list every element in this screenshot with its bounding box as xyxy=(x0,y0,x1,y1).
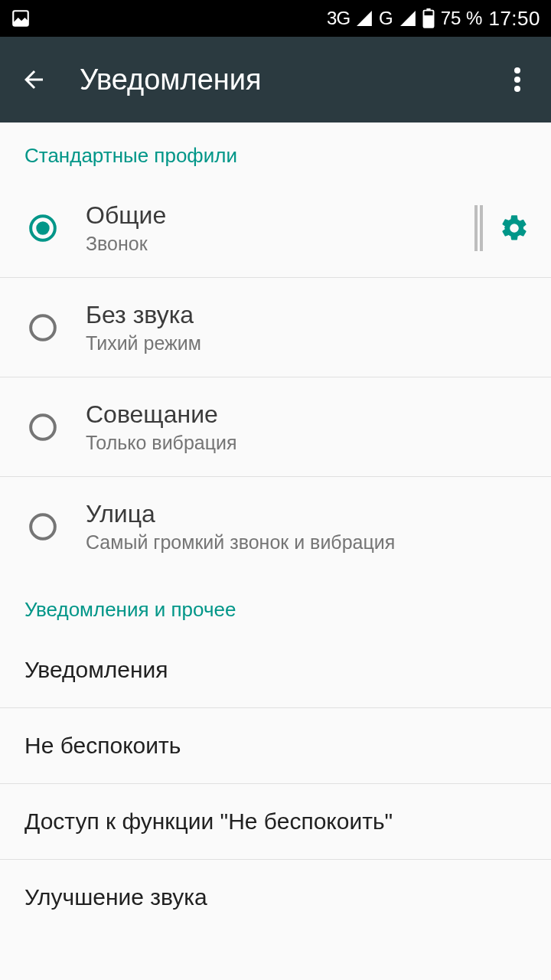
divider-bar xyxy=(480,205,483,251)
overflow-menu-button[interactable] xyxy=(499,61,536,98)
svg-point-8 xyxy=(36,221,49,234)
profile-title: Улица xyxy=(86,500,530,528)
page-title: Уведомления xyxy=(80,64,262,96)
svg-point-4 xyxy=(514,67,520,74)
other-row[interactable]: Доступ к функции "Не беспокоить" xyxy=(0,784,551,860)
radio-selected-icon[interactable] xyxy=(24,214,61,243)
radio-unselected-icon[interactable] xyxy=(24,512,61,541)
profile-row[interactable]: Без звука Тихий режим xyxy=(0,278,551,377)
image-icon xyxy=(11,8,31,28)
other-row-label: Уведомления xyxy=(24,657,168,682)
divider-bar xyxy=(474,205,478,251)
other-row[interactable]: Уведомления xyxy=(0,632,551,708)
back-button[interactable] xyxy=(15,61,52,98)
signal2-icon xyxy=(399,10,416,27)
svg-point-11 xyxy=(31,514,55,539)
profile-row[interactable]: Общие Звонок xyxy=(0,178,551,278)
battery-icon xyxy=(422,8,435,28)
radio-unselected-icon[interactable] xyxy=(24,313,61,342)
svg-rect-3 xyxy=(423,15,433,28)
section-header-profiles: Стандартные профили xyxy=(0,122,551,178)
profile-row[interactable]: Совещание Только вибрация xyxy=(0,377,551,477)
profile-title: Общие xyxy=(86,201,474,230)
section-header-other: Уведомления и прочее xyxy=(0,577,551,632)
profile-row[interactable]: Улица Самый громкий звонок и вибрация xyxy=(0,477,551,577)
app-bar: Уведомления xyxy=(0,37,551,122)
network2-label: G xyxy=(379,8,393,29)
profile-subtitle: Самый громкий звонок и вибрация xyxy=(86,531,530,554)
clock: 17:50 xyxy=(488,7,540,31)
other-row[interactable]: Не беспокоить xyxy=(0,708,551,784)
network1-label: 3G xyxy=(327,8,350,29)
other-row[interactable]: Улучшение звука xyxy=(0,860,551,935)
svg-point-9 xyxy=(31,315,55,340)
svg-point-10 xyxy=(31,415,55,439)
profile-subtitle: Звонок xyxy=(86,233,474,255)
gear-icon[interactable] xyxy=(499,213,530,243)
status-bar: 3G G 75 % 17:50 xyxy=(0,0,551,37)
svg-point-5 xyxy=(514,77,520,83)
profile-gear-wrap xyxy=(474,205,530,251)
profile-subtitle: Только вибрация xyxy=(86,432,530,454)
other-row-label: Доступ к функции "Не беспокоить" xyxy=(24,808,393,834)
other-row-label: Улучшение звука xyxy=(24,884,207,910)
battery-percent: 75 % xyxy=(441,8,483,29)
content: Стандартные профили Общие Звонок Без зву… xyxy=(0,122,551,935)
profile-subtitle: Тихий режим xyxy=(86,332,530,354)
other-row-label: Не беспокоить xyxy=(24,733,181,758)
radio-unselected-icon[interactable] xyxy=(24,413,61,442)
signal1-icon xyxy=(356,10,373,27)
profile-title: Без звука xyxy=(86,301,530,329)
svg-point-6 xyxy=(514,86,520,92)
profile-title: Совещание xyxy=(86,400,530,429)
